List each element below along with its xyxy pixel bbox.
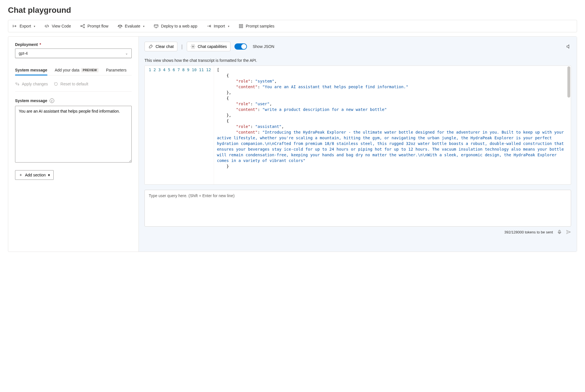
tab-parameters[interactable]: Parameters — [106, 68, 126, 75]
top-toolbar: Export ▾ View Code Prompt flow Evaluate … — [8, 20, 577, 32]
svg-rect-7 — [241, 27, 243, 28]
scrollbar[interactable] — [567, 66, 570, 184]
deploy-button[interactable]: Deploy to a web app — [153, 22, 198, 30]
evaluate-button[interactable]: Evaluate ▾ — [117, 22, 145, 30]
microphone-icon[interactable] — [557, 229, 562, 235]
deployment-label: Deployment* — [15, 42, 132, 47]
deploy-icon — [154, 24, 159, 29]
clear-chat-button[interactable]: Clear chat — [144, 42, 177, 51]
import-icon — [206, 24, 211, 29]
import-label: Import — [214, 24, 225, 28]
prompt-samples-button[interactable]: Prompt samples — [238, 22, 275, 30]
svg-rect-4 — [239, 24, 241, 26]
svg-point-0 — [81, 26, 82, 27]
show-json-label: Show JSON — [253, 44, 274, 49]
broom-icon — [148, 44, 153, 49]
chevron-down-icon: ▾ — [143, 25, 144, 28]
chat-toolbar: Clear chat | Chat capabilities Show JSON — [144, 42, 571, 51]
reset-default-button[interactable]: Reset to default — [54, 82, 88, 86]
chevron-down-icon: ▾ — [34, 25, 35, 28]
required-asterisk: * — [39, 42, 41, 47]
api-format-note: This view shows how the chat transcript … — [144, 58, 571, 63]
export-button[interactable]: Export ▾ — [12, 22, 36, 30]
view-code-button[interactable]: View Code — [44, 22, 71, 30]
view-code-label: View Code — [52, 24, 71, 28]
flow-icon — [80, 24, 85, 29]
scales-icon — [118, 24, 123, 29]
chevron-down-icon: ⌄ — [125, 51, 128, 55]
system-actions: Apply changes Reset to default — [15, 82, 132, 92]
json-code: [ { "role": "system", "content": "You ar… — [214, 66, 571, 184]
export-icon — [12, 24, 17, 29]
system-message-label: System message i — [15, 98, 132, 103]
chevron-down-icon: ▾ — [48, 173, 50, 177]
main-area: Deployment* gpt-4 ⌄ System message Add y… — [8, 36, 577, 252]
send-icon[interactable] — [566, 229, 571, 235]
tokens-counter: 392/128000 tokens to be sent — [504, 230, 553, 234]
deploy-label: Deploy to a web app — [161, 24, 197, 28]
prompt-flow-label: Prompt flow — [87, 24, 108, 28]
code-icon — [44, 24, 49, 29]
export-label: Export — [20, 24, 31, 28]
svg-point-8 — [192, 46, 194, 47]
chat-capabilities-button[interactable]: Chat capabilities — [187, 42, 231, 51]
svg-rect-6 — [239, 27, 241, 28]
deployment-select[interactable]: gpt-4 ⌄ — [15, 49, 132, 58]
chevron-down-icon: ▾ — [228, 25, 229, 28]
config-tabs: System message Add your data PREVIEW Par… — [15, 68, 132, 75]
tab-system-message[interactable]: System message — [15, 68, 47, 75]
divider: | — [181, 44, 183, 50]
evaluate-label: Evaluate — [125, 24, 140, 28]
system-message-textarea[interactable] — [15, 106, 132, 163]
svg-rect-5 — [241, 24, 243, 26]
show-json-toggle[interactable] — [234, 43, 247, 50]
chat-panel: Clear chat | Chat capabilities Show JSON… — [139, 37, 577, 252]
import-button[interactable]: Import ▾ — [206, 22, 230, 30]
svg-point-2 — [83, 27, 85, 28]
plus-icon: ＋ — [19, 172, 23, 178]
deployment-value: gpt-4 — [19, 51, 28, 56]
input-footer: 392/128000 tokens to be sent — [144, 229, 571, 235]
svg-rect-9 — [559, 230, 560, 233]
grid-icon — [238, 24, 244, 29]
prompt-samples-label: Prompt samples — [246, 24, 274, 28]
page-title: Chat playground — [8, 6, 577, 15]
gear-icon — [190, 44, 196, 49]
prompt-flow-button[interactable]: Prompt flow — [79, 22, 109, 30]
tab-add-your-data[interactable]: Add your data PREVIEW — [55, 68, 99, 75]
svg-point-1 — [83, 24, 85, 26]
line-gutter: 1 2 3 4 5 6 7 8 9 10 11 12 — [145, 66, 214, 184]
svg-rect-3 — [154, 25, 158, 27]
config-panel: Deployment* gpt-4 ⌄ System message Add y… — [8, 37, 139, 252]
apply-changes-button[interactable]: Apply changes — [15, 82, 48, 86]
user-query-input[interactable]: Type user query here. (Shift + Enter for… — [144, 190, 571, 227]
json-viewer[interactable]: 1 2 3 4 5 6 7 8 9 10 11 12 [ { "role": "… — [144, 66, 571, 185]
speaker-icon[interactable] — [566, 44, 571, 49]
add-section-button[interactable]: ＋ Add section ▾ — [15, 170, 54, 180]
input-placeholder-text: Type user query here. (Shift + Enter for… — [149, 193, 234, 198]
preview-badge: PREVIEW — [81, 68, 99, 72]
info-icon[interactable]: i — [50, 98, 54, 103]
